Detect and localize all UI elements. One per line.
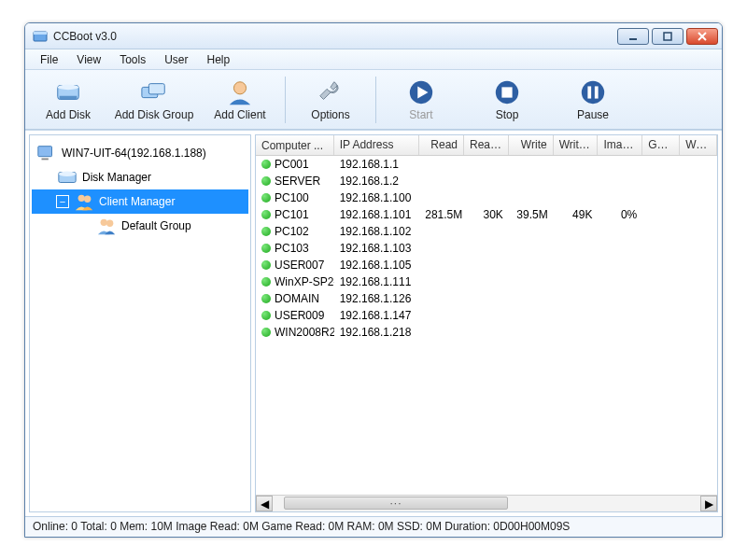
svg-rect-19 [38,147,52,157]
stop-button[interactable]: Stop [464,73,550,127]
svg-point-16 [582,80,604,103]
computer-icon [35,142,58,164]
menu-file[interactable]: File [31,51,67,68]
cell-ip: 192.168.1.2 [334,175,420,188]
pause-button[interactable]: Pause [550,73,636,127]
menu-tools[interactable]: Tools [110,51,155,68]
table-row[interactable]: USER007192.168.1.105 [256,257,717,273]
col-game[interactable]: Gam... [642,135,680,155]
status-dot-icon [261,160,271,169]
toolbar: Add Disk Add Disk Group Add Client Optio… [25,70,722,130]
scroll-right-arrow[interactable]: ▶ [700,496,717,511]
status-dot-icon [261,328,271,337]
tree-disk-manager-label: Disk Manager [82,171,151,184]
tree-client-manager[interactable]: − Client Manager [32,189,248,214]
table-row[interactable]: USER009192.168.1.147 [256,307,717,324]
play-icon [407,78,435,106]
table-row[interactable]: PC103192.168.1.103 [256,240,717,257]
table-row[interactable]: PC001192.168.1.1 [256,156,717,173]
status-dot-icon [261,210,271,219]
table-row[interactable]: SERVER192.168.1.2 [256,173,717,189]
cell-computer: PC102 [275,225,309,238]
svg-point-23 [78,195,85,202]
menu-user[interactable]: User [155,51,197,68]
cell-write2: 49K [554,208,599,221]
wrench-icon [317,78,345,106]
cell-computer: PC103 [275,242,309,255]
col-read2[interactable]: Read... [464,135,509,155]
cell-read: 281.5M [419,208,464,221]
disk-group-icon [140,78,168,106]
svg-point-24 [84,196,91,203]
tree-default-group-label: Default Group [121,219,191,232]
table-row[interactable]: WIN2008R2C192.168.1.218 [256,324,717,341]
add-disk-group-button[interactable]: Add Disk Group [111,73,197,127]
horizontal-scrollbar[interactable]: ◀ ··· ▶ [256,495,717,511]
table-row[interactable]: WinXP-SP2-P192.168.1.111 [256,273,717,290]
close-button[interactable] [686,28,718,45]
menu-view[interactable]: View [67,51,110,68]
add-disk-button[interactable]: Add Disk [25,73,111,127]
svg-rect-20 [42,159,49,161]
svg-rect-18 [595,86,599,98]
window-title: CCBoot v3.0 [53,30,614,43]
tree-root[interactable]: WIN7-UIT-64(192.168.1.188) [32,141,248,165]
col-computer[interactable]: Computer ... [256,135,334,155]
col-write3[interactable]: Write... [680,135,717,155]
svg-point-22 [59,172,76,177]
svg-point-26 [106,220,113,227]
tree-client-manager-label: Client Manager [99,195,175,208]
add-client-button[interactable]: Add Client [197,73,283,127]
client-icon [226,78,254,106]
svg-rect-3 [664,33,671,40]
tree-default-group[interactable]: Default Group [32,214,248,238]
cell-ip: 192.168.1.147 [334,309,420,322]
clients-icon [73,190,95,213]
cell-ip: 192.168.1.101 [334,208,420,221]
options-button[interactable]: Options [288,73,374,127]
cell-computer: USER007 [275,259,324,272]
pause-label: Pause [577,108,609,121]
start-label: Start [409,108,432,121]
collapse-icon[interactable]: − [56,195,69,208]
cell-computer: DOMAIN [275,292,319,305]
toolbar-separator [375,77,376,123]
col-write[interactable]: Write [509,135,554,155]
status-dot-icon [261,260,271,270]
svg-rect-15 [501,87,512,97]
svg-point-7 [58,84,79,90]
cell-ip: 192.168.1.1 [334,158,420,171]
status-dot-icon [261,227,271,236]
status-dot-icon [261,311,271,320]
table-row[interactable]: DOMAIN192.168.1.126 [256,290,717,307]
cell-read2: 30K [464,208,509,221]
column-header-row: Computer ... IP Address Read Read... Wri… [256,135,717,156]
col-image[interactable]: Imag... [598,135,642,155]
svg-rect-10 [148,83,164,93]
maximize-button[interactable] [652,28,684,45]
status-dot-icon [261,244,271,253]
scroll-left-arrow[interactable]: ◀ [256,496,273,511]
cell-computer: PC100 [275,191,309,204]
cell-ip: 192.168.1.102 [334,225,420,238]
col-write2[interactable]: Write... [554,135,599,155]
start-button[interactable]: Start [378,73,464,127]
table-row[interactable]: PC101192.168.1.101281.5M30K39.5M49K0% [256,206,717,223]
minimize-button[interactable] [617,28,649,45]
cell-write: 39.5M [509,208,554,221]
toolbar-separator [285,77,286,123]
tree-disk-manager[interactable]: Disk Manager [32,165,248,189]
cell-ip: 192.168.1.218 [334,326,420,339]
col-ip[interactable]: IP Address [334,135,420,155]
menu-help[interactable]: Help [198,51,240,68]
svg-rect-17 [587,86,591,98]
table-row[interactable]: PC102192.168.1.102 [256,223,717,240]
table-row[interactable]: PC100192.168.1.100 [256,189,717,206]
cell-computer: PC001 [275,158,309,171]
tree-root-label: WIN7-UIT-64(192.168.1.188) [62,147,206,160]
cell-image: 0% [598,208,642,221]
scrollbar-thumb[interactable]: ··· [284,497,508,510]
disk-icon [56,166,78,189]
status-bar: Online: 0 Total: 0 Mem: 10M Image Read: … [25,516,722,537]
col-read[interactable]: Read [419,135,464,155]
